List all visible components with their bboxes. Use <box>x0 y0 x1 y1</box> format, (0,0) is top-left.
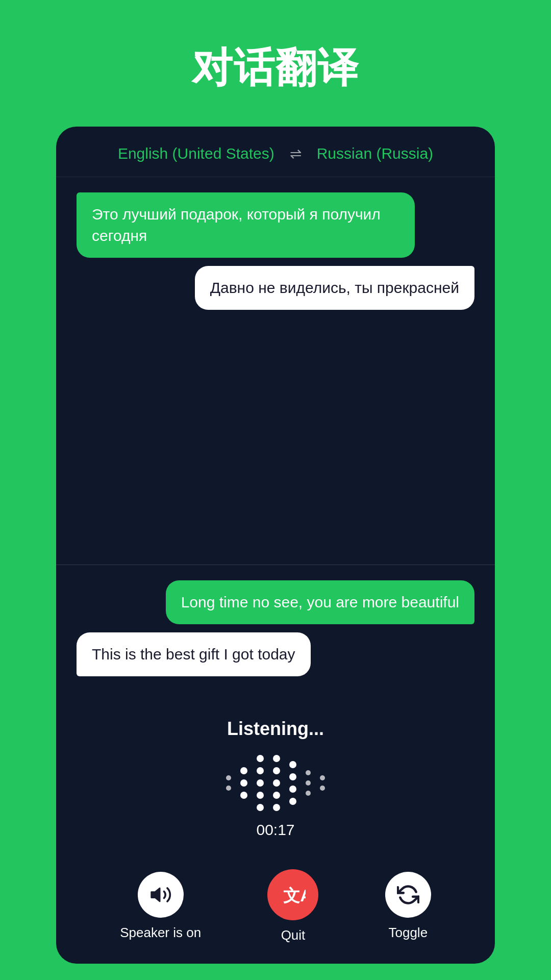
dot <box>240 767 247 774</box>
app-title: 对话翻译 <box>192 41 359 96</box>
quit-button[interactable]: 文A <box>267 869 318 920</box>
dot <box>289 798 296 805</box>
chat-flipped-area: Давно не виделись, ты прекрасней Это луч… <box>56 177 495 565</box>
waveform <box>226 755 325 811</box>
normal-green-text: Long time no see, you are more beautiful <box>181 594 459 610</box>
dot <box>257 792 264 799</box>
wave-col-6 <box>306 770 311 796</box>
dot <box>273 755 280 762</box>
dot <box>273 779 280 787</box>
flipped-white-text: Давно не виделись, ты прекрасней <box>210 277 459 299</box>
dot <box>306 780 311 786</box>
target-language[interactable]: Russian (Russia) <box>317 145 433 162</box>
wave-col-1 <box>226 775 231 791</box>
dot <box>226 775 231 780</box>
dot <box>306 770 311 775</box>
translate-icon: 文A <box>280 882 306 908</box>
dot <box>320 786 325 791</box>
swap-icon[interactable]: ⇌ <box>290 145 302 162</box>
dot <box>289 761 296 768</box>
wave-col-7 <box>320 775 325 791</box>
speaker-label: Speaker is on <box>120 925 201 941</box>
dot <box>257 755 264 762</box>
dot <box>240 779 247 787</box>
speaker-control: Speaker is on <box>120 872 201 941</box>
recording-timer: 00:17 <box>256 821 294 839</box>
flipped-bubble-white: Давно не виделись, ты прекрасней <box>195 266 474 310</box>
dot <box>257 804 264 811</box>
flipped-green-text: Это лучший подарок, который я получил се… <box>92 204 399 247</box>
toggle-button[interactable] <box>385 872 431 918</box>
dot <box>289 773 296 780</box>
dot <box>257 767 264 774</box>
wave-col-2 <box>240 767 247 799</box>
wave-col-4 <box>273 755 280 811</box>
quit-control: 文A Quit <box>267 869 318 943</box>
chat-normal-area: Long time no see, you are more beautiful… <box>56 565 495 708</box>
dot <box>273 804 280 811</box>
speaker-button[interactable] <box>138 872 184 918</box>
dot <box>306 791 311 796</box>
language-header: English (United States) ⇌ Russian (Russi… <box>56 127 495 177</box>
toggle-icon <box>397 884 419 906</box>
normal-white-text: This is the best gift I got today <box>92 646 295 663</box>
normal-bubble-green: Long time no see, you are more beautiful <box>166 580 474 624</box>
dot <box>226 786 231 791</box>
dot <box>289 786 296 793</box>
flipped-bubble-green: Это лучший подарок, который я получил се… <box>77 192 415 258</box>
toggle-control: Toggle <box>385 872 431 941</box>
normal-bubble-white: This is the best gift I got today <box>77 632 311 676</box>
listening-label: Listening... <box>227 718 324 740</box>
svg-text:文A: 文A <box>284 886 306 905</box>
quit-label: Quit <box>281 927 306 943</box>
controls-bar: Speaker is on 文A Quit Toggle <box>56 859 495 964</box>
dot <box>257 779 264 787</box>
toggle-label: Toggle <box>388 925 428 941</box>
dot <box>320 775 325 780</box>
source-language[interactable]: English (United States) <box>118 145 274 162</box>
wave-col-5 <box>289 761 296 805</box>
speaker-icon <box>149 884 172 906</box>
dot <box>273 767 280 774</box>
dot <box>273 792 280 799</box>
listening-section: Listening... <box>56 708 495 859</box>
wave-col-3 <box>257 755 264 811</box>
dot <box>240 792 247 799</box>
main-card: English (United States) ⇌ Russian (Russi… <box>56 127 495 964</box>
